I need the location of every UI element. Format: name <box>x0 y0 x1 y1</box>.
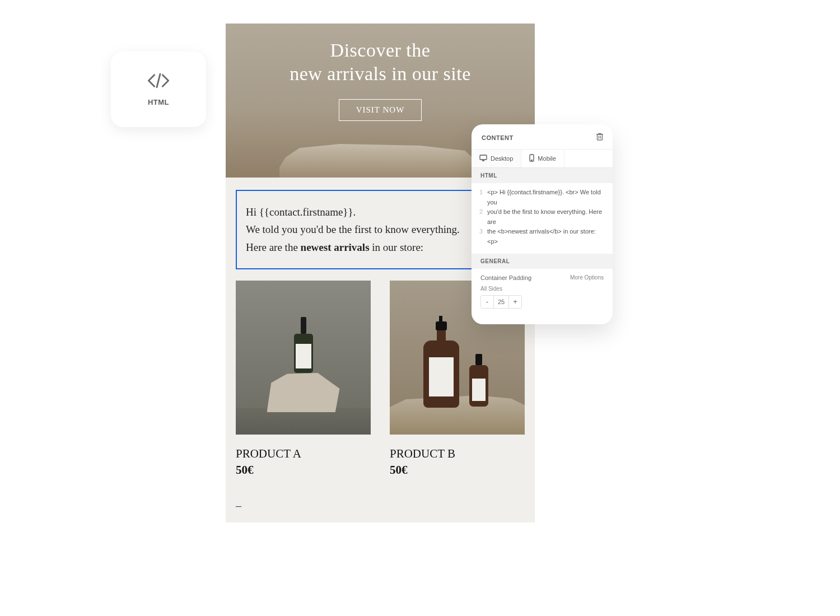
tab-mobile-label: Mobile <box>538 155 556 162</box>
tab-desktop-label: Desktop <box>491 155 513 162</box>
svg-rect-1 <box>598 134 603 140</box>
svg-rect-2 <box>480 155 487 160</box>
add-content-dash[interactable]: – <box>226 500 535 522</box>
visit-now-button[interactable]: VISIT NOW <box>339 99 422 121</box>
svg-line-0 <box>157 74 160 87</box>
padding-increment-button[interactable]: + <box>509 296 521 308</box>
tab-mobile[interactable]: Mobile <box>521 150 564 167</box>
html-block-card[interactable]: HTML <box>111 52 206 127</box>
product-a-name: PRODUCT A <box>236 447 371 461</box>
mobile-icon <box>529 154 534 163</box>
desktop-icon <box>479 155 487 162</box>
hero-title-line2: new arrivals in our site <box>290 62 471 86</box>
device-tabs: Desktop Mobile <box>472 150 613 168</box>
code-icon <box>146 72 171 91</box>
product-a-price: 50€ <box>236 463 371 477</box>
product-card-a[interactable]: PRODUCT A 50€ <box>236 281 371 477</box>
code-line-2: you'd be the first to know everything. H… <box>487 207 607 227</box>
code-line-1: <p> Hi {{contact.firstname}}. <br> We to… <box>487 188 607 207</box>
hero-title: Discover the new arrivals in our site <box>290 39 471 86</box>
padding-decrement-button[interactable]: - <box>481 296 493 308</box>
padding-value[interactable]: 25 <box>493 296 509 308</box>
container-padding-label: Container Padding <box>480 274 531 281</box>
html-code-editor[interactable]: 1<p> Hi {{contact.firstname}}. <br> We t… <box>472 183 613 254</box>
code-line-3: the <b>newest arrivals</b> in our store:… <box>487 227 607 246</box>
trash-icon[interactable] <box>596 132 604 143</box>
product-b-name: PRODUCT B <box>390 447 525 461</box>
panel-title: CONTENT <box>482 134 514 141</box>
hero-rock-image <box>279 144 481 178</box>
padding-stepper: - 25 + <box>480 295 522 309</box>
html-block-label: HTML <box>148 98 169 106</box>
product-a-image <box>236 281 371 435</box>
tab-desktop[interactable]: Desktop <box>472 150 521 167</box>
html-section-header: HTML <box>472 168 613 183</box>
content-properties-panel: CONTENT Desktop Mobile HTML <box>472 124 613 324</box>
product-b-price: 50€ <box>390 463 525 477</box>
all-sides-label: All Sides <box>480 286 604 292</box>
more-options-link[interactable]: More Options <box>570 274 604 281</box>
general-section-header: GENERAL <box>472 254 613 269</box>
svg-point-4 <box>531 160 532 160</box>
hero-title-line1: Discover the <box>290 39 471 62</box>
